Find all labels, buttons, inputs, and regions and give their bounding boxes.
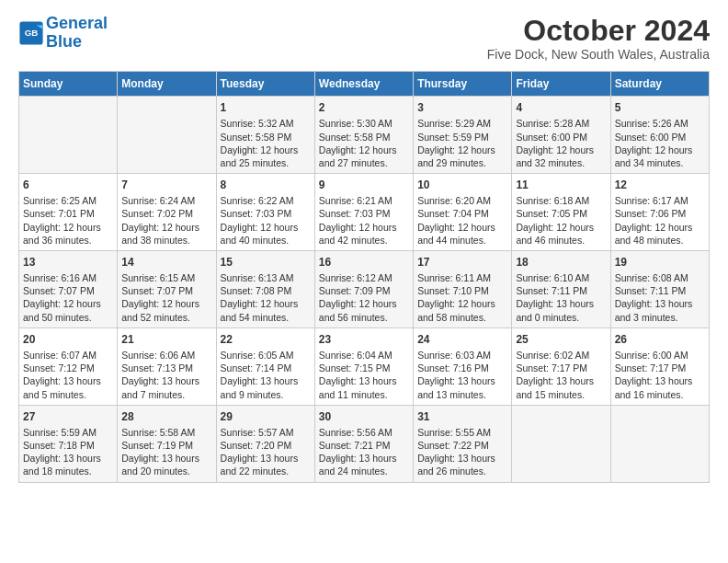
calendar-cell <box>118 97 216 174</box>
calendar-cell: 30Sunrise: 5:56 AM Sunset: 7:21 PM Dayli… <box>314 405 413 482</box>
calendar-title: October 2024 <box>487 15 710 47</box>
day-info: Sunrise: 5:56 AM Sunset: 7:21 PM Dayligh… <box>319 426 409 478</box>
day-info: Sunrise: 6:25 AM Sunset: 7:01 PM Dayligh… <box>23 194 113 247</box>
day-number: 9 <box>319 178 409 192</box>
calendar-cell <box>512 405 610 482</box>
day-info: Sunrise: 6:07 AM Sunset: 7:12 PM Dayligh… <box>23 349 113 401</box>
calendar-cell: 20Sunrise: 6:07 AM Sunset: 7:12 PM Dayli… <box>19 327 118 405</box>
calendar-cell: 22Sunrise: 6:05 AM Sunset: 7:14 PM Dayli… <box>216 327 314 405</box>
day-number: 7 <box>121 178 211 192</box>
col-saturday: Saturday <box>610 72 709 97</box>
day-number: 13 <box>23 255 113 270</box>
calendar-cell: 11Sunrise: 6:18 AM Sunset: 7:05 PM Dayli… <box>512 174 610 251</box>
day-number: 21 <box>121 332 211 347</box>
day-number: 28 <box>121 409 211 424</box>
logo: GB General Blue <box>18 15 108 52</box>
day-info: Sunrise: 6:16 AM Sunset: 7:07 PM Dayligh… <box>23 271 113 324</box>
day-number: 24 <box>417 332 507 347</box>
day-number: 6 <box>23 178 113 192</box>
calendar-week-1: 1Sunrise: 5:32 AM Sunset: 5:58 PM Daylig… <box>19 97 710 174</box>
col-wednesday: Wednesday <box>314 72 413 97</box>
day-number: 16 <box>319 255 409 270</box>
day-number: 11 <box>516 178 606 192</box>
day-info: Sunrise: 6:03 AM Sunset: 7:16 PM Dayligh… <box>417 349 507 401</box>
col-monday: Monday <box>118 72 216 97</box>
day-number: 8 <box>221 178 311 192</box>
calendar-cell: 9Sunrise: 6:21 AM Sunset: 7:03 PM Daylig… <box>314 174 413 251</box>
day-info: Sunrise: 6:21 AM Sunset: 7:03 PM Dayligh… <box>319 194 409 247</box>
day-number: 27 <box>23 409 113 424</box>
logo-general: General <box>46 14 108 32</box>
calendar-cell: 2Sunrise: 5:30 AM Sunset: 5:58 PM Daylig… <box>314 97 413 174</box>
calendar-cell: 3Sunrise: 5:29 AM Sunset: 5:59 PM Daylig… <box>414 97 512 174</box>
day-number: 3 <box>417 100 507 115</box>
day-info: Sunrise: 6:11 AM Sunset: 7:10 PM Dayligh… <box>417 271 507 324</box>
calendar-cell: 18Sunrise: 6:10 AM Sunset: 7:11 PM Dayli… <box>512 250 610 327</box>
calendar-cell: 23Sunrise: 6:04 AM Sunset: 7:15 PM Dayli… <box>314 327 413 405</box>
day-number: 22 <box>221 332 311 347</box>
day-number: 17 <box>417 255 507 270</box>
day-info: Sunrise: 6:15 AM Sunset: 7:07 PM Dayligh… <box>121 271 211 324</box>
title-block: October 2024 Five Dock, New South Wales,… <box>487 15 710 62</box>
logo-blue: Blue <box>46 32 82 51</box>
day-number: 15 <box>221 255 311 270</box>
day-info: Sunrise: 5:57 AM Sunset: 7:20 PM Dayligh… <box>221 426 311 478</box>
day-number: 23 <box>319 332 409 347</box>
day-info: Sunrise: 5:58 AM Sunset: 7:19 PM Dayligh… <box>121 426 211 478</box>
day-number: 29 <box>221 409 311 424</box>
day-info: Sunrise: 6:20 AM Sunset: 7:04 PM Dayligh… <box>417 194 507 247</box>
calendar-cell <box>610 405 709 482</box>
day-info: Sunrise: 6:12 AM Sunset: 7:09 PM Dayligh… <box>319 271 409 324</box>
day-info: Sunrise: 6:17 AM Sunset: 7:06 PM Dayligh… <box>615 194 705 247</box>
day-number: 25 <box>516 332 606 347</box>
calendar-cell: 7Sunrise: 6:24 AM Sunset: 7:02 PM Daylig… <box>118 174 216 251</box>
calendar-cell: 21Sunrise: 6:06 AM Sunset: 7:13 PM Dayli… <box>118 327 216 405</box>
day-info: Sunrise: 6:00 AM Sunset: 7:17 PM Dayligh… <box>615 349 705 401</box>
calendar-cell: 28Sunrise: 5:58 AM Sunset: 7:19 PM Dayli… <box>118 405 216 482</box>
calendar-cell: 10Sunrise: 6:20 AM Sunset: 7:04 PM Dayli… <box>414 174 512 251</box>
day-info: Sunrise: 5:59 AM Sunset: 7:18 PM Dayligh… <box>23 426 113 478</box>
col-tuesday: Tuesday <box>216 72 314 97</box>
day-number: 10 <box>417 178 507 192</box>
calendar-cell: 31Sunrise: 5:55 AM Sunset: 7:22 PM Dayli… <box>414 405 512 482</box>
calendar-cell: 16Sunrise: 6:12 AM Sunset: 7:09 PM Dayli… <box>314 250 413 327</box>
calendar-cell: 29Sunrise: 5:57 AM Sunset: 7:20 PM Dayli… <box>216 405 314 482</box>
calendar-cell: 27Sunrise: 5:59 AM Sunset: 7:18 PM Dayli… <box>19 405 118 482</box>
calendar-cell <box>19 97 118 174</box>
day-number: 26 <box>615 332 705 347</box>
col-sunday: Sunday <box>19 72 118 97</box>
calendar-cell: 19Sunrise: 6:08 AM Sunset: 7:11 PM Dayli… <box>610 250 709 327</box>
col-thursday: Thursday <box>414 72 512 97</box>
day-number: 18 <box>516 255 606 270</box>
calendar-cell: 13Sunrise: 6:16 AM Sunset: 7:07 PM Dayli… <box>19 250 118 327</box>
day-info: Sunrise: 6:08 AM Sunset: 7:11 PM Dayligh… <box>615 271 705 324</box>
day-number: 14 <box>121 255 211 270</box>
page-header: GB General Blue October 2024 Five Dock, … <box>18 15 710 62</box>
col-friday: Friday <box>512 72 610 97</box>
day-info: Sunrise: 6:06 AM Sunset: 7:13 PM Dayligh… <box>121 349 211 401</box>
day-number: 4 <box>516 100 606 115</box>
day-number: 1 <box>221 100 311 115</box>
day-number: 31 <box>417 409 507 424</box>
calendar-week-5: 27Sunrise: 5:59 AM Sunset: 7:18 PM Dayli… <box>19 405 710 482</box>
logo-icon: GB <box>18 20 44 46</box>
calendar-cell: 1Sunrise: 5:32 AM Sunset: 5:58 PM Daylig… <box>216 97 314 174</box>
day-info: Sunrise: 6:13 AM Sunset: 7:08 PM Dayligh… <box>221 271 311 324</box>
day-info: Sunrise: 5:32 AM Sunset: 5:58 PM Dayligh… <box>221 117 311 169</box>
calendar-week-3: 13Sunrise: 6:16 AM Sunset: 7:07 PM Dayli… <box>19 250 710 327</box>
day-info: Sunrise: 6:05 AM Sunset: 7:14 PM Dayligh… <box>221 349 311 401</box>
calendar-cell: 26Sunrise: 6:00 AM Sunset: 7:17 PM Dayli… <box>610 327 709 405</box>
calendar-cell: 4Sunrise: 5:28 AM Sunset: 6:00 PM Daylig… <box>512 97 610 174</box>
day-info: Sunrise: 5:28 AM Sunset: 6:00 PM Dayligh… <box>516 117 606 169</box>
calendar-cell: 15Sunrise: 6:13 AM Sunset: 7:08 PM Dayli… <box>216 250 314 327</box>
day-info: Sunrise: 6:22 AM Sunset: 7:03 PM Dayligh… <box>221 194 311 247</box>
day-number: 5 <box>615 100 705 115</box>
calendar-cell: 24Sunrise: 6:03 AM Sunset: 7:16 PM Dayli… <box>414 327 512 405</box>
calendar-cell: 6Sunrise: 6:25 AM Sunset: 7:01 PM Daylig… <box>19 174 118 251</box>
day-info: Sunrise: 6:04 AM Sunset: 7:15 PM Dayligh… <box>319 349 409 401</box>
day-number: 20 <box>23 332 113 347</box>
svg-text:GB: GB <box>25 28 39 38</box>
calendar-week-2: 6Sunrise: 6:25 AM Sunset: 7:01 PM Daylig… <box>19 174 710 251</box>
calendar-cell: 14Sunrise: 6:15 AM Sunset: 7:07 PM Dayli… <box>118 250 216 327</box>
calendar-header-row: Sunday Monday Tuesday Wednesday Thursday… <box>19 72 710 97</box>
